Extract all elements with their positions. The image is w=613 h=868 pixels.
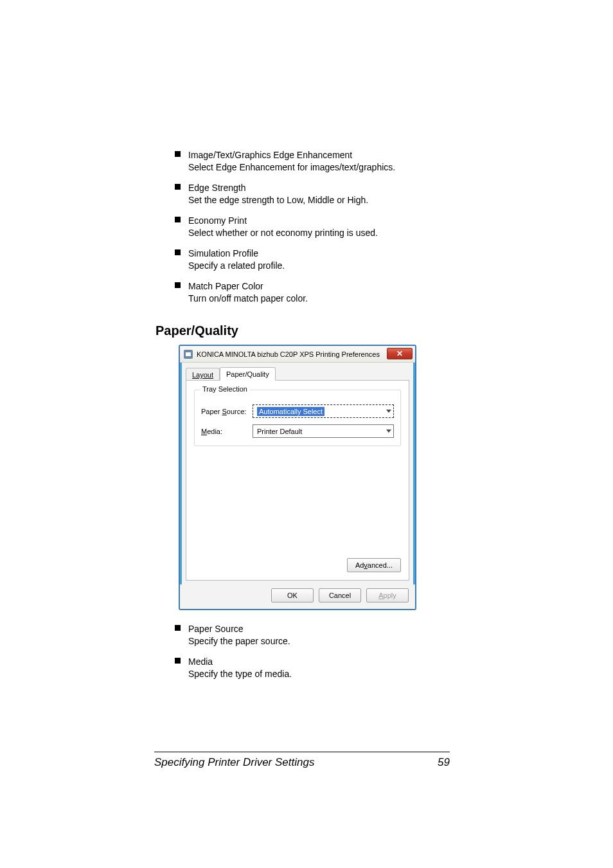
bullet-desc: Select whether or not economy printing i… — [188, 227, 438, 239]
dialog-footer-buttons: OK Cancel Apply — [180, 584, 415, 609]
bullet-title: Image/Text/Graphics Edge Enhancement — [188, 149, 352, 161]
bullet-desc: Set the edge strength to Low, Middle or … — [188, 194, 438, 206]
dialog-titlebar: KONICA MINOLTA bizhub C20P XPS Printing … — [180, 346, 415, 363]
dialog-body: Layout Paper/Quality Tray Selection Pape… — [180, 363, 415, 584]
bullet-icon — [175, 151, 181, 157]
list-item: Media Specify the type of media. — [175, 656, 438, 680]
media-row: Media: Printer Default — [201, 424, 394, 438]
ok-button[interactable]: OK — [271, 588, 314, 602]
bullet-title: Paper Source — [188, 623, 244, 635]
footer-title: Specifying Printer Driver Settings — [154, 756, 314, 769]
paper-source-label: Paper Source: — [201, 408, 253, 415]
bullet-desc: Specify a related profile. — [188, 260, 438, 271]
media-label: Media: — [201, 428, 253, 435]
advanced-button[interactable]: Advanced... — [347, 558, 401, 572]
list-item: Simulation Profile Specify a related pro… — [175, 248, 438, 271]
bullet-desc: Select Edge Enhancement for images/text/… — [188, 161, 438, 173]
bullet-icon — [175, 217, 181, 222]
bullet-icon — [175, 184, 181, 190]
bullet-icon — [175, 625, 181, 631]
bullet-title: Economy Print — [188, 215, 247, 226]
printing-preferences-dialog: KONICA MINOLTA bizhub C20P XPS Printing … — [179, 345, 416, 610]
footer-divider — [154, 752, 450, 752]
section-heading: Paper/Quality — [155, 323, 438, 338]
media-select[interactable]: Printer Default — [253, 424, 394, 438]
dialog-title: KONICA MINOLTA bizhub C20P XPS Printing … — [197, 350, 380, 358]
bullet-title: Edge Strength — [188, 182, 246, 194]
paper-source-row: Paper Source: Automatically Select — [201, 404, 394, 418]
bullet-desc: Specify the type of media. — [188, 668, 438, 680]
list-item: Image/Text/Graphics Edge Enhancement Sel… — [175, 149, 438, 173]
list-item: Paper Source Specify the paper source. — [175, 623, 438, 647]
list-item: Match Paper Color Turn on/off match pape… — [175, 280, 438, 304]
bullet-list-bottom: Paper Source Specify the paper source. M… — [175, 623, 438, 680]
cancel-button[interactable]: Cancel — [319, 588, 361, 602]
tray-selection-group: Tray Selection Paper Source: Automatical… — [194, 390, 401, 446]
tab-paper-quality[interactable]: Paper/Quality — [220, 367, 276, 381]
tab-layout[interactable]: Layout — [186, 368, 220, 381]
bullet-icon — [175, 249, 181, 255]
chevron-down-icon — [386, 410, 391, 413]
paper-source-value: Automatically Select — [257, 407, 324, 416]
bullet-list-top: Image/Text/Graphics Edge Enhancement Sel… — [175, 149, 438, 304]
bullet-desc: Specify the paper source. — [188, 635, 438, 647]
bullet-icon — [175, 658, 181, 664]
tab-panel: Tray Selection Paper Source: Automatical… — [186, 380, 409, 581]
list-item: Economy Print Select whether or not econ… — [175, 215, 438, 239]
bullet-title: Simulation Profile — [188, 248, 258, 259]
close-icon: ✕ — [396, 349, 403, 358]
bullet-title: Media — [188, 656, 213, 667]
page-number: 59 — [438, 756, 450, 769]
apply-button[interactable]: Apply — [366, 588, 409, 602]
bullet-title: Match Paper Color — [188, 280, 263, 292]
chevron-down-icon — [386, 429, 391, 433]
media-value: Printer Default — [257, 428, 302, 435]
group-label: Tray Selection — [200, 385, 250, 393]
paper-source-select[interactable]: Automatically Select — [253, 404, 394, 418]
page-footer: Specifying Printer Driver Settings 59 — [154, 752, 450, 769]
list-item: Edge Strength Set the edge strength to L… — [175, 182, 438, 206]
bullet-icon — [175, 282, 181, 288]
close-button[interactable]: ✕ — [387, 348, 413, 359]
printer-icon — [184, 350, 193, 359]
tabs: Layout Paper/Quality — [186, 366, 409, 380]
bullet-desc: Turn on/off match paper color. — [188, 293, 438, 304]
